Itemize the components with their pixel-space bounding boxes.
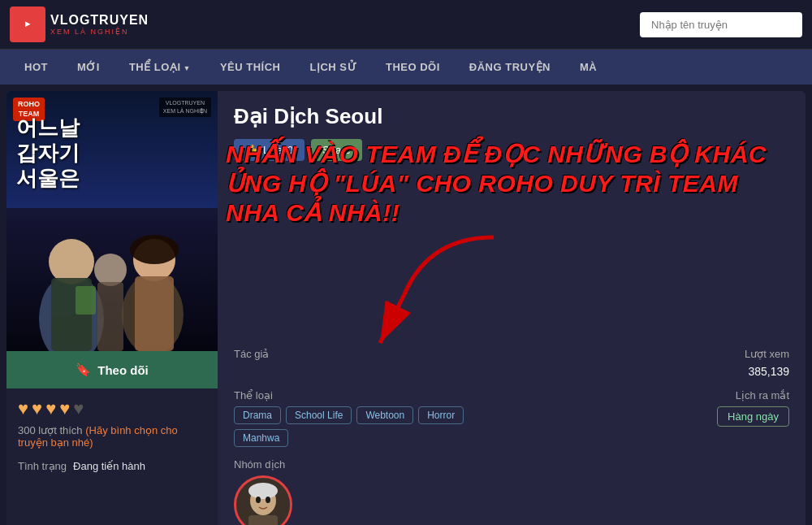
luot-xem-row: Lượt xem 385,139 bbox=[520, 348, 789, 378]
the-loai-row: Thể loại Drama School Life Webtoon Horro… bbox=[234, 389, 503, 447]
svg-rect-9 bbox=[97, 282, 123, 351]
svg-point-8 bbox=[94, 254, 127, 286]
lich-ra-mat-badge: Hàng ngày bbox=[717, 406, 789, 427]
nav-moi[interactable]: MỚI bbox=[63, 50, 114, 85]
cover-characters bbox=[6, 172, 218, 351]
tag-drama[interactable]: Drama bbox=[234, 406, 281, 424]
nav-ma[interactable]: MÀ bbox=[565, 50, 611, 85]
svg-point-14 bbox=[256, 497, 261, 503]
cover-image: ROHO TEAM VLOGTRUYEN XEM LÀ NGHIỆN 어느날갑자… bbox=[6, 91, 218, 351]
logo[interactable]: ▶ VLOGTRUYEN XEM LÀ NGHIỆN bbox=[10, 7, 149, 42]
nav-lich-su[interactable]: LỊCH SỬ bbox=[296, 50, 372, 85]
svg-rect-16 bbox=[248, 515, 278, 525]
nhom-dich-container: Roho Team bbox=[234, 475, 503, 525]
cover-watermark: VLOGTRUYEN XEM LÀ NGHIỆN bbox=[159, 98, 211, 117]
right-panel: Đại Dịch Seoul 👍 Like 0 Share NHẤN VÀO T… bbox=[218, 91, 806, 525]
search-box[interactable] bbox=[640, 12, 802, 37]
heart-5[interactable]: ♥ bbox=[73, 398, 84, 419]
hearts-row: ♥ ♥ ♥ ♥ ♥ bbox=[6, 388, 218, 423]
svg-point-15 bbox=[266, 497, 270, 503]
svg-rect-6 bbox=[135, 276, 174, 351]
manga-detail: ROHO TEAM VLOGTRUYEN XEM LÀ NGHIỆN 어느날갑자… bbox=[6, 91, 806, 525]
lich-ra-mat-container: Hàng ngày bbox=[520, 406, 789, 427]
tag-school-life[interactable]: School Life bbox=[286, 406, 352, 424]
tag-webtoon[interactable]: Webtoon bbox=[356, 406, 413, 424]
cover-art: ROHO TEAM VLOGTRUYEN XEM LÀ NGHIỆN 어느날갑자… bbox=[6, 91, 218, 351]
heart-2[interactable]: ♥ bbox=[32, 398, 42, 419]
logo-text: VLOGTRUYEN XEM LÀ NGHIỆN bbox=[50, 13, 149, 36]
promo-text: NHẤN VÀO TEAM ĐỂ ĐỌC NHỮNG BỘ KHÁC ỦNG H… bbox=[226, 140, 797, 228]
like-count-row: 300 lượt thích (Hãy bình chọn cho truyện… bbox=[6, 423, 218, 452]
heart-4[interactable]: ♥ bbox=[59, 398, 70, 419]
team-avatar[interactable] bbox=[234, 475, 292, 525]
tag-horror[interactable]: Horror bbox=[418, 406, 464, 424]
follow-button[interactable]: 🔖 Theo dõi bbox=[6, 351, 218, 388]
manga-title: Đại Dịch Seoul bbox=[234, 104, 789, 129]
svg-rect-3 bbox=[76, 286, 96, 315]
team-avatar-inner bbox=[236, 478, 290, 525]
logo-main: VLOGTRUYEN bbox=[50, 13, 149, 28]
nav-yeu-thich[interactable]: YÊU THÍCH bbox=[205, 50, 296, 85]
search-input[interactable] bbox=[640, 12, 802, 37]
nav-bar: HOT MỚI THỂ LOẠI YÊU THÍCH LỊCH SỬ THEO … bbox=[0, 50, 812, 85]
promo-arrow bbox=[364, 221, 526, 351]
left-panel: ROHO TEAM VLOGTRUYEN XEM LÀ NGHIỆN 어느날갑자… bbox=[6, 91, 218, 525]
info-grid: Tác giả Lượt xem 385,139 Thể loại Drama … bbox=[234, 348, 789, 525]
avatar-svg bbox=[236, 478, 290, 525]
nav-the-loai[interactable]: THỂ LOẠI bbox=[114, 50, 205, 85]
logo-sub: XEM LÀ NGHIỆN bbox=[50, 28, 149, 36]
logo-icon: ▶ bbox=[10, 7, 45, 42]
heart-1[interactable]: ♥ bbox=[18, 398, 28, 419]
lich-ra-mat-row: Lịch ra mắt Hàng ngày bbox=[520, 389, 789, 447]
tags-container: Drama School Life Webtoon Horror Manhwa bbox=[234, 406, 503, 447]
header: ▶ VLOGTRUYEN XEM LÀ NGHIỆN bbox=[0, 0, 812, 50]
tag-manhwa[interactable]: Manhwa bbox=[234, 429, 288, 447]
bookmark-icon: 🔖 bbox=[76, 362, 91, 377]
nav-dang-truyen[interactable]: ĐĂNG TRUYỆN bbox=[455, 50, 565, 85]
svg-point-7 bbox=[130, 235, 179, 264]
main-content: ROHO TEAM VLOGTRUYEN XEM LÀ NGHIỆN 어느날갑자… bbox=[6, 91, 806, 525]
heart-3[interactable]: ♥ bbox=[45, 398, 56, 419]
status-row: Tình trạng Đang tiến hành bbox=[6, 452, 218, 480]
tac-gia-row: Tác giả bbox=[234, 348, 503, 378]
svg-point-1 bbox=[49, 239, 94, 284]
svg-point-13 bbox=[248, 483, 278, 499]
nav-theo-doi[interactable]: THEO DÕI bbox=[371, 50, 455, 85]
nhom-dich-row: Nhóm dịch bbox=[234, 458, 503, 525]
nav-hot[interactable]: HOT bbox=[10, 50, 63, 85]
